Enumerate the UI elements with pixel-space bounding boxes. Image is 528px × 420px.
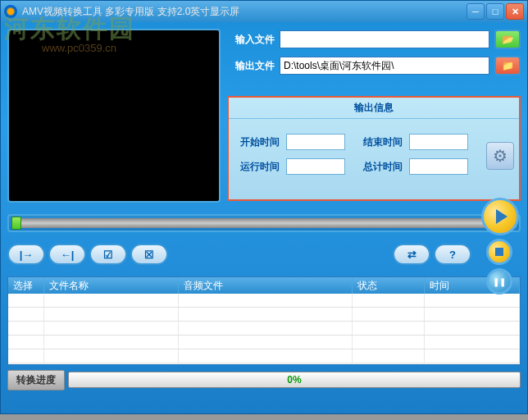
table-row[interactable]: [8, 322, 520, 336]
start-time-value: [286, 134, 345, 150]
close-button[interactable]: ✕: [506, 3, 524, 20]
seek-bar[interactable]: [7, 214, 521, 232]
settings-button[interactable]: ⚙: [486, 142, 514, 170]
table-row[interactable]: [8, 349, 520, 363]
browse-input-button[interactable]: 📂: [494, 30, 521, 49]
convert-progress-bar: 0%: [68, 372, 521, 388]
table-row[interactable]: [8, 294, 520, 308]
maximize-button[interactable]: □: [486, 3, 504, 20]
app-window: AMV视频转换工具 多彩专用版 支持2.0英寸显示屏 ─ □ ✕ 河东软件园 w…: [0, 0, 528, 414]
video-preview: [7, 29, 221, 203]
info-panel-title: 输出信息: [229, 98, 519, 119]
app-icon: [4, 5, 17, 18]
window-title: AMV视频转换工具 多彩专用版 支持2.0英寸显示屏: [22, 5, 467, 19]
mark-in-button[interactable]: |→: [7, 244, 45, 265]
output-file-label: 输出文件: [227, 59, 275, 73]
check-button[interactable]: ☑: [89, 244, 127, 265]
stop-button[interactable]: [486, 239, 512, 265]
total-time-value: [409, 158, 468, 175]
help-button[interactable]: ?: [434, 244, 471, 265]
table-body[interactable]: [8, 294, 520, 365]
table-row[interactable]: [8, 308, 520, 322]
start-time-label: 开始时间: [240, 135, 280, 149]
output-file-field[interactable]: [280, 57, 489, 75]
minimize-button[interactable]: ─: [467, 3, 485, 20]
convert-progress-label: 转换进度: [7, 370, 65, 390]
folder-open-icon: 📂: [502, 34, 514, 45]
browse-output-button[interactable]: 📁: [494, 56, 521, 75]
total-time-label: 总计时间: [363, 160, 403, 174]
table-header: 选择 文件名称 音频文件 状态 时间: [8, 277, 520, 294]
title-bar[interactable]: AMV视频转换工具 多彩专用版 支持2.0英寸显示屏 ─ □ ✕: [1, 1, 527, 22]
run-time-label: 运行时间: [240, 160, 280, 174]
play-button[interactable]: [481, 198, 519, 235]
end-time-label: 结束时间: [363, 135, 403, 149]
pause-button[interactable]: [486, 268, 512, 294]
mark-out-button[interactable]: ←|: [48, 244, 86, 265]
gear-icon: ⚙: [493, 146, 508, 166]
uncheck-button[interactable]: ☒: [130, 244, 168, 265]
table-row[interactable]: [8, 336, 520, 349]
input-file-field[interactable]: [280, 30, 489, 48]
run-time-value: [286, 158, 345, 175]
file-table: 选择 文件名称 音频文件 状态 时间: [7, 276, 521, 365]
end-time-value: [409, 134, 468, 150]
col-filename[interactable]: 文件名称: [44, 277, 179, 294]
convert-progress-value: 0%: [287, 374, 301, 386]
col-audiofile[interactable]: 音频文件: [179, 277, 353, 294]
seek-track: [11, 218, 517, 228]
col-status[interactable]: 状态: [353, 277, 425, 294]
col-select[interactable]: 选择: [8, 277, 44, 294]
folder-save-icon: 📁: [502, 60, 514, 71]
output-info-panel: 输出信息 开始时间 结束时间 运行时间 总计时间 ⚙: [227, 96, 521, 201]
seek-knob[interactable]: [11, 217, 21, 230]
convert-button[interactable]: ⇄: [393, 244, 430, 265]
input-file-label: 输入文件: [227, 33, 275, 47]
